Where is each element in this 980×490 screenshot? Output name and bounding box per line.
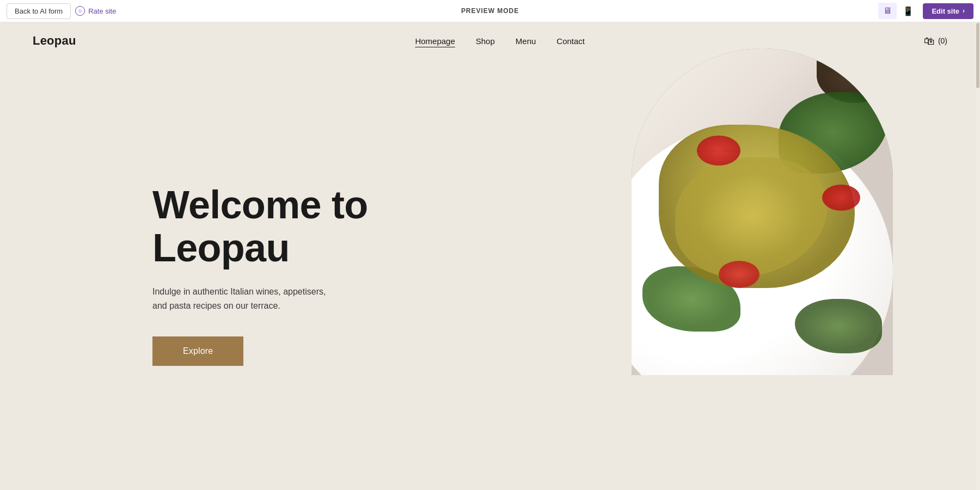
scrollbar[interactable]	[976, 22, 980, 490]
cart-count: (0)	[938, 36, 947, 45]
desktop-icon: 🖥	[883, 6, 892, 16]
mobile-icon: 📱	[903, 6, 914, 16]
explore-button[interactable]: Explore	[152, 336, 243, 366]
tomato-3	[719, 261, 759, 288]
nav-links: Homepage Shop Menu Contact	[415, 36, 585, 46]
rate-site-label: Rate site	[88, 7, 116, 15]
tomato-2	[822, 185, 860, 211]
site-logo: Leopau	[33, 34, 76, 48]
tomato-1	[697, 136, 740, 166]
desktop-view-button[interactable]: 🖥	[878, 3, 897, 19]
toolbar-left: Back to AI form ☺ Rate site	[7, 3, 116, 19]
hero-title: Welcome to Leopau	[152, 183, 457, 270]
toolbar-right: 🖥 📱 Edit site ›	[878, 3, 973, 19]
arrow-right-icon: ›	[963, 7, 965, 15]
hero-subtitle: Indulge in authentic Italian wines, appe…	[152, 285, 338, 313]
site-preview: Leopau Homepage Shop Menu Contact 🛍 (0) …	[0, 22, 980, 490]
edit-site-button[interactable]: Edit site ›	[923, 3, 973, 19]
nav-link-homepage[interactable]: Homepage	[415, 36, 455, 46]
rate-site-button[interactable]: ☺ Rate site	[75, 6, 116, 16]
pasta-bowl-art	[632, 48, 893, 375]
hero-section: Welcome to Leopau Indulge in authentic I…	[0, 59, 980, 490]
scrollbar-thumb[interactable]	[976, 23, 979, 88]
edit-site-label: Edit site	[932, 7, 959, 15]
cart-button[interactable]: 🛍 (0)	[924, 35, 947, 47]
hero-text: Welcome to Leopau Indulge in authentic I…	[152, 183, 457, 366]
preview-mode-label: PREVIEW MODE	[461, 7, 519, 15]
rate-icon: ☺	[75, 6, 85, 16]
nav-link-menu[interactable]: Menu	[516, 36, 536, 46]
toolbar: Back to AI form ☺ Rate site PREVIEW MODE…	[0, 0, 980, 22]
mobile-view-button[interactable]: 📱	[899, 3, 917, 19]
nav-link-contact[interactable]: Contact	[556, 36, 585, 46]
hero-image	[632, 48, 893, 375]
back-to-form-button[interactable]: Back to AI form	[7, 3, 71, 19]
cart-icon: 🛍	[924, 35, 935, 47]
nav-link-shop[interactable]: Shop	[476, 36, 495, 46]
